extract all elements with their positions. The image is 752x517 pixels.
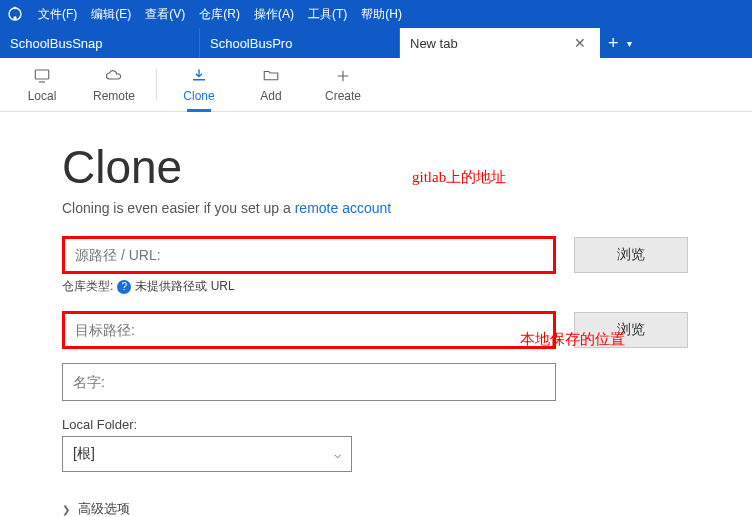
tabbar: SchoolBusSnap SchoolBusPro New tab ✕ + ▾	[0, 28, 752, 58]
toolbar-label: Create	[325, 89, 361, 103]
tab-dropdown-icon[interactable]: ▾	[627, 38, 632, 49]
menu-file[interactable]: 文件(F)	[32, 4, 83, 25]
browse-source-button[interactable]: 浏览	[574, 237, 688, 273]
cloud-icon	[103, 67, 125, 85]
menu-actions[interactable]: 操作(A)	[248, 4, 300, 25]
toolbar-label: Remote	[93, 89, 135, 103]
toolbar-label: Local	[28, 89, 57, 103]
download-icon	[188, 67, 210, 85]
toolbar-clone[interactable]: Clone	[163, 58, 235, 111]
select-value: [根]	[73, 445, 95, 463]
toolbar-add[interactable]: Add	[235, 58, 307, 111]
tab-schoolbussnap[interactable]: SchoolBusSnap	[0, 28, 200, 58]
tab-label: New tab	[410, 36, 458, 51]
repo-type-label: 仓库类型:	[62, 278, 113, 295]
plus-icon	[332, 67, 354, 85]
menu-help[interactable]: 帮助(H)	[355, 4, 408, 25]
tab-label: SchoolBusSnap	[10, 36, 103, 51]
repo-type-value: 未提供路径或 URL	[135, 278, 234, 295]
toolbar-create[interactable]: Create	[307, 58, 379, 111]
advanced-options-toggle[interactable]: ❯ 高级选项	[62, 500, 690, 517]
menu-edit[interactable]: 编辑(E)	[85, 4, 137, 25]
menu-view[interactable]: 查看(V)	[139, 4, 191, 25]
annotation-local-save: 本地保存的位置	[520, 330, 625, 349]
svg-rect-3	[35, 70, 49, 79]
clone-panel: Clone Cloning is even easier if you set …	[0, 112, 752, 517]
tab-newtab[interactable]: New tab ✕	[400, 28, 600, 58]
dest-path-input[interactable]	[75, 322, 543, 338]
chevron-right-icon: ❯	[62, 504, 70, 515]
advanced-label: 高级选项	[78, 500, 130, 517]
toolbar: Local Remote Clone Add Create	[0, 58, 752, 112]
subtitle: Cloning is even easier if you set up a r…	[62, 200, 690, 216]
menubar: 文件(F) 编辑(E) 查看(V) 仓库(R) 操作(A) 工具(T) 帮助(H…	[0, 0, 752, 28]
menu-repo[interactable]: 仓库(R)	[193, 4, 246, 25]
chevron-down-icon: ⌵	[334, 447, 341, 461]
svg-point-2	[13, 16, 16, 19]
app-logo-icon	[6, 5, 24, 23]
toolbar-label: Add	[260, 89, 281, 103]
toolbar-local[interactable]: Local	[6, 58, 78, 111]
source-url-input-wrapper	[62, 236, 556, 274]
remote-account-link[interactable]: remote account	[295, 200, 392, 216]
tab-label: SchoolBusPro	[210, 36, 292, 51]
source-url-input[interactable]	[75, 247, 543, 263]
monitor-icon	[31, 67, 53, 85]
new-tab-button[interactable]: +	[608, 33, 619, 54]
info-icon: ?	[117, 280, 131, 294]
svg-point-1	[14, 7, 17, 10]
page-title: Clone	[62, 140, 690, 194]
tab-actions: + ▾	[600, 28, 640, 58]
toolbar-label: Clone	[183, 89, 214, 103]
dest-path-input-wrapper	[62, 311, 556, 349]
tab-schoolbuspro[interactable]: SchoolBusPro	[200, 28, 400, 58]
folder-open-icon	[260, 67, 282, 85]
toolbar-separator	[156, 69, 157, 101]
name-input[interactable]	[73, 374, 545, 390]
subtitle-text: Cloning is even easier if you set up a	[62, 200, 295, 216]
local-folder-label: Local Folder:	[62, 417, 690, 432]
toolbar-remote[interactable]: Remote	[78, 58, 150, 111]
annotation-gitlab: gitlab上的地址	[412, 168, 506, 187]
repo-type-note: 仓库类型: ? 未提供路径或 URL	[62, 278, 690, 295]
name-input-wrapper	[62, 363, 556, 401]
local-folder-select[interactable]: [根] ⌵	[62, 436, 352, 472]
close-icon[interactable]: ✕	[570, 35, 590, 51]
menu-tools[interactable]: 工具(T)	[302, 4, 353, 25]
